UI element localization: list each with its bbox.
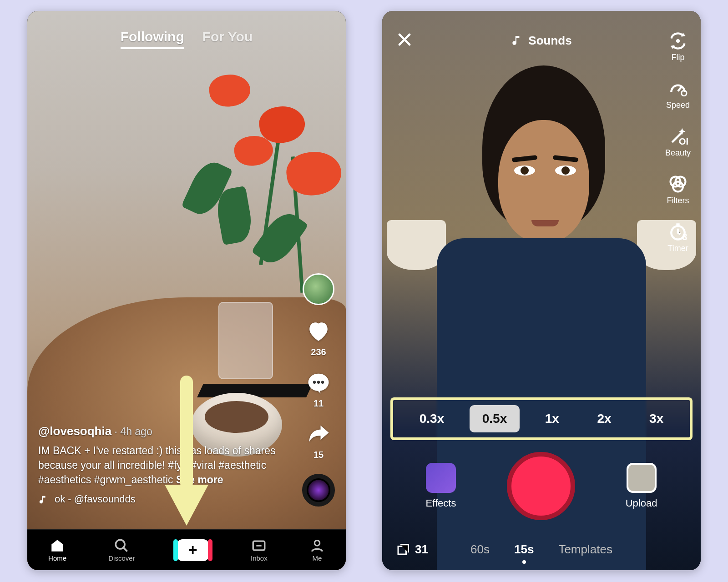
filters-label: Filters: [667, 196, 689, 206]
flip-label: Flip: [671, 53, 684, 62]
tab-for-you[interactable]: For You: [202, 29, 253, 49]
speed-selector: 0.3x 0.5x 1x 2x 3x: [390, 397, 693, 440]
post-time: 4h ago: [120, 426, 152, 437]
timer-label: Timer: [667, 244, 688, 253]
nav-home-label: Home: [48, 554, 66, 562]
svg-point-7: [676, 39, 680, 43]
like-count: 236: [311, 347, 326, 357]
heart-icon: [306, 319, 331, 344]
beauty-button[interactable]: OFF Beauty: [665, 126, 691, 158]
sounds-label: Sounds: [528, 34, 571, 48]
like-button[interactable]: 236: [306, 319, 331, 357]
caption-block: @lovesoqhia · 4h ago IM BACK + I've rest…: [38, 423, 282, 507]
effects-icon: [426, 463, 456, 493]
sound-label: ok - @favsoundds: [55, 492, 136, 507]
svg-point-3: [321, 381, 324, 384]
feed-tabs: Following For You: [27, 29, 346, 49]
wand-icon: OFF: [668, 126, 688, 146]
bottom-controls: Effects Upload: [382, 452, 701, 520]
record-button[interactable]: [507, 452, 575, 520]
spinning-disc[interactable]: [302, 474, 335, 507]
filters-icon: [668, 174, 688, 194]
speed-button[interactable]: ON Speed: [665, 79, 691, 110]
svg-point-2: [317, 381, 320, 384]
upload-thumbnail: [627, 463, 657, 493]
nav-discover-label: Discover: [108, 554, 135, 562]
nav-me[interactable]: Me: [309, 538, 325, 562]
see-more-link[interactable]: See more: [176, 474, 223, 486]
flip-icon: [668, 31, 688, 51]
caption-sep: ·: [115, 426, 121, 437]
speed-label: Speed: [666, 100, 690, 110]
filters-button[interactable]: Filters: [665, 174, 691, 206]
nav-create[interactable]: +: [177, 539, 209, 561]
effects-button[interactable]: Effects: [426, 463, 456, 509]
share-icon: [306, 422, 331, 447]
speed-0-5x[interactable]: 0.5x: [470, 405, 520, 432]
nav-discover[interactable]: Discover: [108, 538, 135, 562]
upload-button[interactable]: Upload: [626, 463, 657, 509]
music-note-icon: [511, 35, 523, 46]
camera-tools: Flip ON Speed OFF Beauty Filters 3 Timer: [665, 31, 691, 253]
svg-point-6: [314, 541, 319, 546]
speed-0-3x[interactable]: 0.3x: [407, 405, 457, 432]
comment-count: 11: [313, 398, 324, 409]
effects-label: Effects: [426, 497, 456, 509]
home-icon: [50, 538, 65, 553]
duration-modes: 60s 15s Templates: [382, 542, 701, 557]
share-count: 15: [313, 450, 324, 460]
nav-home[interactable]: Home: [48, 538, 66, 562]
speed-1x[interactable]: 1x: [532, 405, 572, 432]
beauty-label: Beauty: [665, 148, 691, 158]
camera-screen: Sounds Flip ON Speed OFF Beauty Filters …: [382, 11, 701, 570]
roses-illustration: [182, 38, 346, 275]
speedometer-icon: ON: [668, 79, 688, 99]
upload-label: Upload: [626, 497, 657, 509]
flip-button[interactable]: Flip: [665, 31, 691, 62]
mode-templates[interactable]: Templates: [558, 542, 612, 557]
timer-button[interactable]: 3 Timer: [665, 222, 691, 253]
author-handle[interactable]: @lovesoqhia: [38, 424, 111, 438]
caption-text: IM BACK + I've restarted :) this has loa…: [38, 445, 275, 486]
sounds-button[interactable]: Sounds: [511, 34, 571, 48]
close-button[interactable]: [396, 31, 413, 50]
share-button[interactable]: 15: [306, 422, 331, 460]
nav-inbox[interactable]: Inbox: [251, 538, 268, 562]
svg-text:3: 3: [682, 232, 687, 242]
plus-icon: +: [188, 541, 197, 559]
svg-point-4: [116, 540, 125, 549]
nav-me-label: Me: [312, 554, 322, 562]
author-avatar[interactable]: [303, 273, 334, 305]
nav-inbox-label: Inbox: [251, 554, 268, 562]
comment-button[interactable]: 11: [306, 371, 331, 409]
svg-text:ON: ON: [680, 88, 688, 98]
mode-15s[interactable]: 15s: [514, 542, 534, 557]
feed-screen: Following For You 236 11 15 @lovesoqhia: [27, 11, 346, 570]
comment-icon: [306, 371, 331, 396]
sound-row[interactable]: ok - @favsoundds: [38, 492, 282, 507]
engagement-rail: 236 11 15: [302, 273, 335, 507]
person-icon: [309, 538, 325, 553]
bottom-nav: Home Discover + Inbox Me: [27, 529, 346, 570]
mode-60s[interactable]: 60s: [470, 542, 490, 557]
speed-3x[interactable]: 3x: [637, 405, 676, 432]
timer-icon: 3: [668, 222, 688, 242]
inbox-icon: [251, 538, 267, 553]
tab-following[interactable]: Following: [121, 29, 184, 49]
music-note-icon: [38, 495, 48, 505]
svg-text:OFF: OFF: [679, 136, 688, 146]
svg-point-1: [313, 381, 316, 384]
close-icon: [396, 31, 413, 48]
speed-2x[interactable]: 2x: [584, 405, 624, 432]
search-icon: [114, 538, 129, 553]
